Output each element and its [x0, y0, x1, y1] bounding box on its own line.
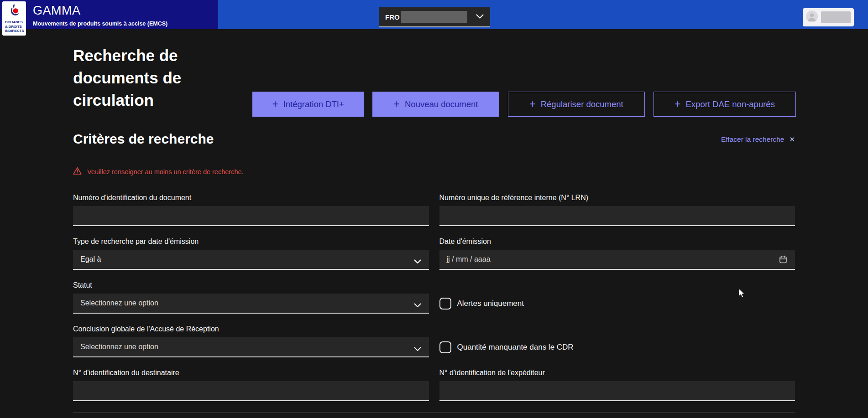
alerts-only-checkbox[interactable] — [439, 298, 451, 310]
app-name: GAMMA — [33, 4, 81, 18]
chevron-down-icon — [414, 345, 421, 353]
field-lrn: Numéro unique de référence interne (N° L… — [439, 193, 795, 226]
chevron-down-icon — [414, 301, 421, 310]
user-icon — [806, 10, 818, 24]
consignee-id-input[interactable] — [73, 381, 429, 401]
missing-qty-cdr-checkbox[interactable] — [439, 341, 451, 353]
plus-icon: + — [675, 99, 680, 109]
chevron-down-icon — [414, 258, 421, 266]
warning-message: Veuillez renseigner au moins un critère … — [73, 167, 244, 176]
app-subtitle: Mouvements de produits soumis à accise (… — [33, 21, 167, 27]
lrn-input[interactable] — [439, 206, 795, 226]
country-select[interactable]: FRO — [379, 7, 490, 27]
close-icon: ✕ — [789, 135, 795, 144]
field-issue-date: Date d'émission jj / mm / aaaa — [439, 237, 795, 270]
plus-icon: + — [272, 99, 278, 109]
chevron-down-icon — [476, 13, 484, 21]
field-consignor-id: N° d'identification de l'expéditeur — [439, 368, 795, 401]
page: DOUANES & DROITS INDIRECTS GAMMA Mouveme… — [0, 0, 868, 418]
clear-search-link[interactable]: Effacer la recherche ✕ — [721, 135, 795, 144]
warning-icon — [73, 167, 82, 176]
plus-icon: + — [394, 99, 400, 109]
bottom-divider — [73, 412, 795, 413]
missing-qty-cdr-checkbox-row[interactable]: Quantité manquante dans le CDR — [439, 337, 795, 357]
plus-icon: + — [529, 99, 535, 109]
field-document-id: Numéro d'identification du document — [73, 193, 429, 226]
nouveau-document-button[interactable]: + Nouveau document — [372, 92, 499, 117]
douanes-logo: DOUANES & DROITS INDIRECTS — [2, 1, 26, 36]
document-id-input[interactable] — [73, 206, 429, 226]
page-title: Recherche de documents de circulation — [73, 44, 181, 111]
field-consignee-id: N° d'identification du destinataire — [73, 368, 429, 401]
field-missing-qty-cdr: Quantité manquante dans le CDR — [439, 325, 795, 357]
search-criteria-form: Numéro d'identification du document Numé… — [73, 193, 795, 401]
flame-icon — [7, 3, 21, 20]
field-date-search-type: Type de recherche par date d'émission Eg… — [73, 237, 429, 270]
date-search-type-select[interactable]: Egal à — [73, 250, 429, 270]
app-header: DOUANES & DROITS INDIRECTS GAMMA Mouveme… — [0, 0, 868, 29]
field-ar-conclusion: Conclusion globale de l'Accusé de Récept… — [73, 325, 429, 357]
ar-conclusion-select[interactable]: Selectionnez une option — [73, 337, 429, 357]
regulariser-document-button[interactable]: + Régulariser document — [508, 92, 645, 117]
action-buttons: + Intégration DTI+ + Nouveau document + … — [252, 92, 796, 117]
section-title: Critères de recherche — [73, 131, 214, 147]
integration-dti-button[interactable]: + Intégration DTI+ — [252, 92, 364, 117]
field-alerts-only: Alertes uniquement — [439, 281, 795, 314]
redacted-country-value — [401, 11, 467, 23]
alerts-only-checkbox-row[interactable]: Alertes uniquement — [439, 294, 795, 314]
country-select-value: FRO — [385, 13, 400, 21]
export-dae-button[interactable]: + Export DAE non-apurés — [654, 92, 796, 117]
logo-text: DOUANES & DROITS INDIRECTS — [4, 20, 25, 33]
calendar-icon[interactable] — [779, 255, 788, 266]
user-menu-button[interactable] — [803, 8, 854, 26]
issue-date-input[interactable]: jj / mm / aaaa — [439, 250, 795, 270]
status-select[interactable]: Selectionnez une option — [73, 294, 429, 314]
consignor-id-input[interactable] — [439, 381, 795, 401]
redacted-username — [821, 11, 851, 23]
field-status: Statut Selectionnez une option — [73, 281, 429, 314]
